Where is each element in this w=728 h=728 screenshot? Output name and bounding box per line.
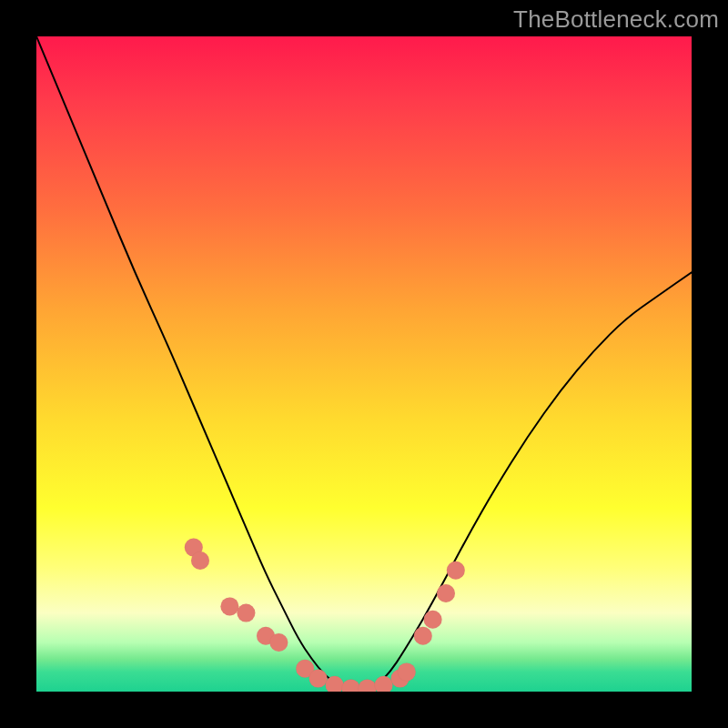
highlight-dots-group xyxy=(185,539,465,692)
highlight-dot xyxy=(414,627,432,645)
chart-svg xyxy=(36,36,692,692)
highlight-dot xyxy=(309,670,328,688)
highlight-dot xyxy=(437,584,455,602)
highlight-dot xyxy=(359,679,377,692)
highlight-dot xyxy=(424,611,442,629)
highlight-dot xyxy=(191,551,209,570)
highlight-dot xyxy=(220,597,238,615)
highlight-dot xyxy=(375,676,393,692)
bottleneck-curve xyxy=(36,36,692,688)
highlight-dot xyxy=(342,679,360,692)
plot-area xyxy=(36,36,692,692)
highlight-dot xyxy=(269,633,288,652)
outer-frame: TheBottleneck.com xyxy=(0,0,728,728)
highlight-dot xyxy=(237,604,255,622)
watermark-text: TheBottleneck.com xyxy=(513,5,719,34)
highlight-dot xyxy=(398,662,416,681)
highlight-dot xyxy=(447,561,465,580)
highlight-dot xyxy=(326,676,344,692)
